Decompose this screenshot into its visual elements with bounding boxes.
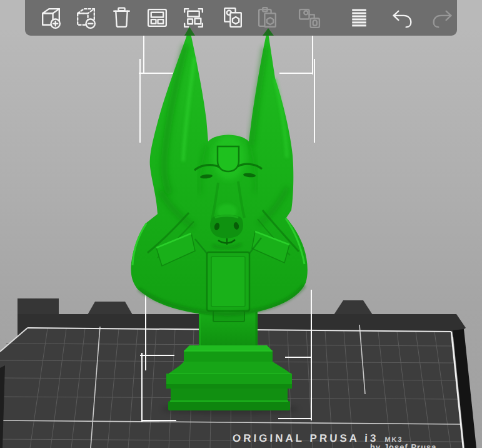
- model-bust: [131, 28, 307, 322]
- toolbar-button-undo[interactable]: [388, 0, 416, 36]
- toolbar-button-variable-layer-height[interactable]: [344, 0, 373, 36]
- toolbar-button-delete-all[interactable]: [107, 0, 136, 36]
- toolbar-button-split-objects[interactable]: [294, 0, 323, 36]
- paste-clipboard-icon: [255, 5, 281, 31]
- redo-arrow-icon: [429, 5, 455, 31]
- undo-arrow-icon: [389, 5, 415, 31]
- toolbar-button-arrange[interactable]: [143, 0, 171, 36]
- cube-plus-icon: [38, 5, 64, 31]
- toolbar-button-add-object[interactable]: [36, 0, 65, 36]
- copy-documents-icon: [220, 5, 246, 31]
- toolbar-button-arrange-selection[interactable]: [179, 0, 208, 36]
- anubis-model[interactable]: [0, 0, 482, 448]
- toolbar-button-copy[interactable]: [218, 0, 247, 36]
- toolbar-button-redo[interactable]: [428, 0, 456, 36]
- toolbar-button-remove-object[interactable]: [71, 0, 100, 36]
- toolbar-button-paste[interactable]: [253, 0, 282, 36]
- trash-icon: [109, 5, 134, 31]
- model-pedestal: [161, 310, 299, 414]
- slicer-3d-viewport[interactable]: ORIGINAL PRUSA i3MK3 by Josef Prusa: [0, 0, 482, 448]
- layers-stack-icon: [346, 5, 372, 31]
- arrange-grid-icon: [144, 5, 170, 31]
- arrange-brackets-icon: [181, 5, 206, 31]
- toolbar: [25, 0, 457, 36]
- forehead-emblem: [218, 146, 239, 171]
- split-linked-icon: [296, 5, 322, 31]
- cube-minus-icon: [73, 5, 99, 31]
